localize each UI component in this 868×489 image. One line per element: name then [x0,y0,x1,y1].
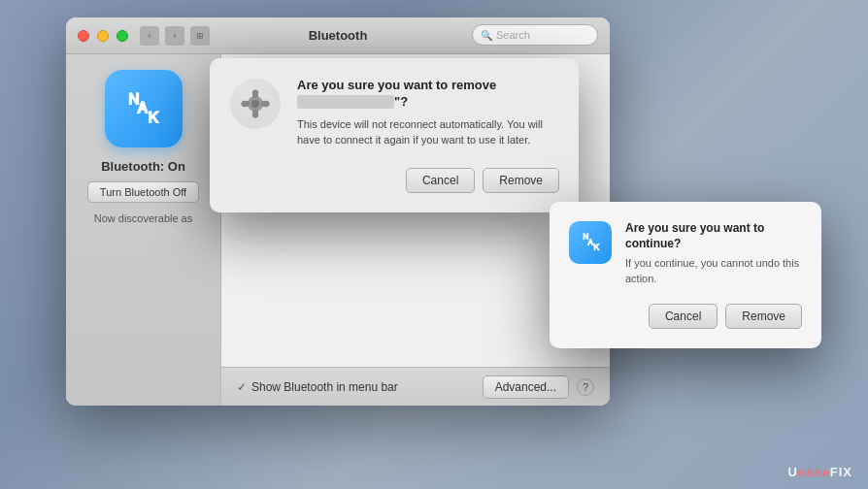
alert1-buttons: Cancel Remove [229,168,559,193]
alert1-body: This device will not reconnect automatic… [297,116,559,148]
window-title: Bluetooth [309,28,368,43]
show-bluetooth-label: Show Bluetooth in menu bar [251,380,398,394]
advanced-button[interactable]: Advanced... [483,375,569,399]
watermark: UeaseFIX [787,465,852,479]
bottom-bar: ✓ Show Bluetooth in menu bar Advanced...… [221,367,610,406]
maximize-button[interactable] [117,30,128,42]
bluetooth-window: ‹ › ⊞ Bluetooth 🔍 Search ␕ Bluetooth: On… [66,17,610,406]
checkbox-icon: ✓ [237,380,247,394]
alert2-content: ␕ Are you sure you want to continue? If … [569,221,802,286]
toggle-bluetooth-button[interactable]: Turn Bluetooth Off [87,181,199,203]
bluetooth-symbol-alert2: ␕ [582,229,600,256]
search-icon: 🔍 [481,30,492,41]
window-controls [78,30,128,42]
help-button[interactable]: ? [577,378,594,396]
discoverable-label: Now discoverable as [94,212,193,224]
bluetooth-icon-large: ␕ [105,70,183,147]
alert2-body: If you continue, you cannot undo this ac… [625,256,802,286]
remove-device-dialog: Are you sure you want to remove "? This … [210,58,579,212]
close-button[interactable] [78,30,89,42]
gear-icon [229,78,282,130]
show-bluetooth-checkbox[interactable]: ✓ Show Bluetooth in menu bar [237,380,398,394]
minimize-button[interactable] [97,30,109,42]
alert2-text: Are you sure you want to continue? If yo… [625,221,802,286]
alert1-cancel-button[interactable]: Cancel [406,168,475,193]
continue-dialog: ␕ Are you sure you want to continue? If … [550,202,821,348]
grid-view-icon[interactable]: ⊞ [190,26,210,46]
alert2-title: Are you sure you want to continue? [625,221,802,251]
alert1-remove-button[interactable]: Remove [483,168,559,193]
bluetooth-symbol: ␕ [126,87,160,130]
bluetooth-status: Bluetooth: On [101,159,185,174]
watermark-colored: ease [798,465,830,479]
alert1-title: Are you sure you want to remove "? [297,78,559,111]
alert2-cancel-button[interactable]: Cancel [649,304,718,329]
alert2-remove-button[interactable]: Remove [725,304,802,329]
svg-point-2 [251,100,259,108]
search-bar[interactable]: 🔍 Search [472,24,598,46]
alert1-content: Are you sure you want to remove "? This … [229,78,559,148]
alert1-text: Are you sure you want to remove "? This … [297,78,559,148]
window-titlebar: ‹ › ⊞ Bluetooth 🔍 Search [66,17,610,54]
window-nav: ‹ › ⊞ [140,26,210,46]
device-name-blurred-title [297,95,394,109]
back-arrow-icon[interactable]: ‹ [140,26,159,46]
alert2-buttons: Cancel Remove [569,304,802,329]
sidebar: ␕ Bluetooth: On Turn Bluetooth Off Now d… [66,54,221,406]
device-name-blurred [105,228,183,238]
bluetooth-icon-alert2: ␕ [569,221,612,264]
search-placeholder: Search [496,29,530,41]
forward-arrow-icon[interactable]: › [165,26,184,46]
